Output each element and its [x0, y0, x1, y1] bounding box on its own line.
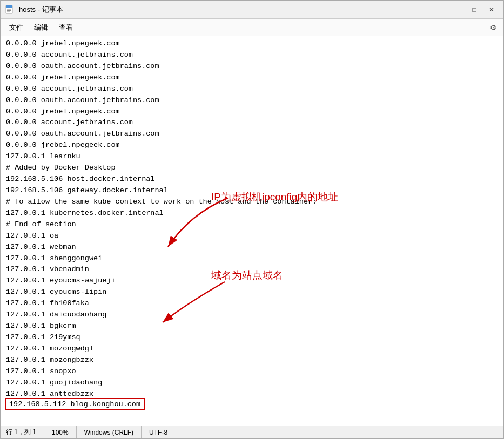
settings-icon[interactable]: ⚙ — [487, 21, 499, 34]
line-ending: Windows (CRLF) — [77, 426, 142, 438]
window-controls: — □ ✕ — [449, 4, 499, 16]
title-bar-left: hosts - 记事本 — [5, 5, 63, 15]
menu-file[interactable]: 文件 — [5, 21, 28, 34]
encoding: UTF-8 — [142, 426, 175, 438]
menu-edit[interactable]: 编辑 — [30, 21, 52, 34]
editor-content[interactable]: 0.0.0.0 jrebel.npegeek.com 0.0.0.0 accou… — [1, 36, 503, 426]
notepad-window: hosts - 记事本 — □ ✕ 文件 编辑 查看 ⚙ 0.0.0.0 jre… — [0, 0, 504, 439]
highlighted-line: 192.168.5.112 blog.konghou.com — [5, 398, 145, 410]
cursor-position: 行 1，列 1 — [6, 426, 44, 438]
zoom-level: 100% — [44, 426, 77, 438]
window-title: hosts - 记事本 — [19, 5, 63, 15]
menu-items: 文件 编辑 查看 — [5, 21, 77, 34]
minimize-button[interactable]: — — [449, 4, 465, 16]
svg-rect-1 — [6, 5, 12, 8]
close-button[interactable]: ✕ — [484, 4, 499, 16]
menu-view[interactable]: 查看 — [55, 21, 77, 34]
maximize-button[interactable]: □ — [467, 4, 482, 16]
text-area: 0.0.0.0 jrebel.npegeek.com 0.0.0.0 accou… — [6, 38, 498, 400]
notepad-icon — [5, 5, 15, 15]
title-bar: hosts - 记事本 — □ ✕ — [1, 1, 503, 19]
status-bar: 行 1，列 1 100% Windows (CRLF) UTF-8 — [1, 426, 503, 438]
menu-bar: 文件 编辑 查看 ⚙ — [1, 19, 503, 36]
